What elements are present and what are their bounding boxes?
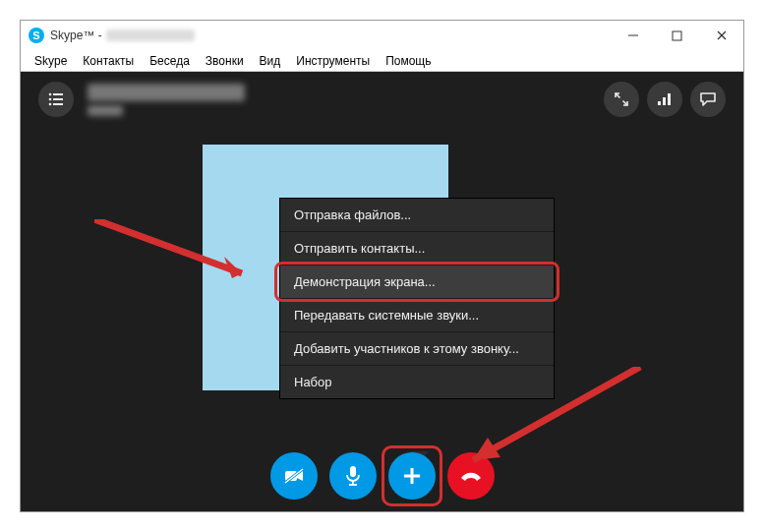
menu-item-system-sounds[interactable]: Передавать системные звуки...: [280, 299, 554, 332]
menu-item-dial[interactable]: Набор: [280, 366, 554, 398]
call-view: Отправка файлов... Отправить контакты...…: [21, 72, 743, 511]
menu-item-label: Отправка файлов...: [294, 207, 411, 222]
hangup-button[interactable]: [447, 452, 495, 500]
menu-item-label: Набор: [294, 375, 332, 389]
menu-item-send-files[interactable]: Отправка файлов...: [280, 199, 554, 232]
menubar: Skype Контакты Беседа Звонки Вид Инструм…: [21, 50, 743, 72]
menu-tools[interactable]: Инструменты: [288, 52, 378, 70]
contact-sub-blurred: [88, 105, 123, 116]
menu-skype[interactable]: Skype: [27, 52, 75, 70]
menu-view[interactable]: Вид: [252, 52, 289, 70]
maximize-button[interactable]: [655, 21, 699, 50]
window-controls: [611, 21, 743, 50]
menu-contacts[interactable]: Контакты: [75, 52, 142, 70]
contact-name-blurred: [88, 84, 245, 101]
call-header: [38, 82, 726, 117]
menu-help[interactable]: Помощь: [378, 52, 439, 70]
menu-item-label: Отправить контакты...: [294, 241, 425, 256]
svg-rect-19: [350, 466, 356, 477]
fullscreen-button[interactable]: [604, 82, 639, 117]
svg-point-8: [49, 103, 52, 106]
menu-conversation[interactable]: Беседа: [142, 52, 198, 70]
menu-item-label: Демонстрация экрана...: [294, 274, 436, 289]
app-window: S Skype™ - Skype Контакты Беседа Звонки …: [20, 20, 744, 512]
svg-rect-5: [53, 93, 63, 95]
window-title-user-blurred: [106, 30, 195, 41]
plus-popup-menu: Отправка файлов... Отправить контакты...…: [279, 198, 555, 399]
plus-button[interactable]: [388, 452, 436, 500]
svg-rect-7: [53, 98, 63, 100]
chat-button[interactable]: [690, 82, 726, 117]
close-button[interactable]: [699, 21, 743, 50]
skype-logo-icon: S: [29, 28, 44, 43]
svg-rect-9: [53, 103, 63, 105]
camera-toggle-button[interactable]: [270, 452, 318, 500]
svg-rect-14: [668, 93, 671, 105]
svg-point-6: [49, 98, 52, 101]
call-controls: [21, 452, 743, 500]
menu-item-label: Передавать системные звуки...: [294, 308, 479, 323]
minimize-button[interactable]: [611, 21, 655, 50]
svg-rect-12: [658, 101, 661, 105]
svg-rect-13: [663, 97, 666, 105]
svg-rect-1: [673, 31, 681, 40]
menu-item-share-screen[interactable]: Демонстрация экрана...: [280, 266, 554, 299]
call-quality-button[interactable]: [647, 82, 682, 117]
titlebar: S Skype™ -: [21, 21, 743, 50]
menu-item-send-contacts[interactable]: Отправить контакты...: [280, 232, 554, 266]
mic-toggle-button[interactable]: [329, 452, 377, 500]
conversation-list-button[interactable]: [38, 82, 74, 117]
menu-item-add-participants[interactable]: Добавить участников к этому звонку...: [280, 332, 554, 366]
window-title: Skype™ -: [50, 29, 102, 42]
menu-item-label: Добавить участников к этому звонку...: [294, 341, 519, 356]
svg-point-4: [49, 93, 52, 96]
contact-name-area: [88, 84, 245, 116]
menu-calls[interactable]: Звонки: [198, 52, 252, 70]
